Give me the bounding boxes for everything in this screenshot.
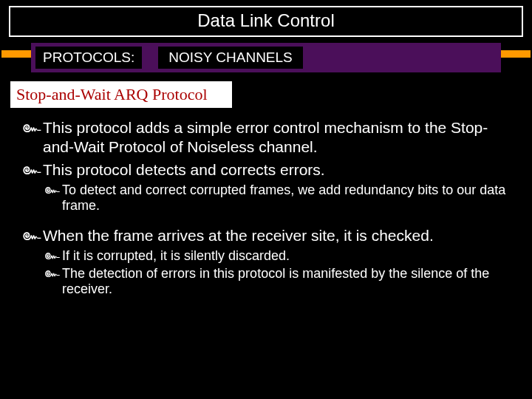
slide: Data Link Control PROTOCOLS: NOISY CHANN… <box>0 0 532 399</box>
bullet-icon: ๛ <box>44 183 62 197</box>
spacer <box>22 216 510 226</box>
bullet-level2: ๛ The detection of errors in this protoc… <box>44 266 510 298</box>
bullet-icon: ๛ <box>22 118 43 136</box>
bullet-level2: ๛ To detect and correct corrupted frames… <box>44 183 510 214</box>
subtitle-label: PROTOCOLS: <box>35 47 142 69</box>
bullet-text: The detection of errors in this protocol… <box>62 266 510 298</box>
bullet-text: This protocol detects and corrects error… <box>43 160 325 180</box>
bullet-icon: ๛ <box>44 266 62 281</box>
section-header: Stop-and-Wait ARQ Protocol <box>10 81 232 108</box>
subtitle-bar: PROTOCOLS: NOISY CHANNELS <box>9 43 523 72</box>
bullet-level1: ๛ This protocol adds a simple error cont… <box>22 118 510 157</box>
subtitle-topic: NOISY CHANNELS <box>158 47 303 69</box>
bullet-icon: ๛ <box>22 160 43 178</box>
bullet-text: To detect and correct corrupted frames, … <box>62 183 510 214</box>
bullet-icon: ๛ <box>22 226 43 244</box>
bullet-icon: ๛ <box>44 248 62 263</box>
bullet-text: When the frame arrives at the receiver s… <box>43 226 434 245</box>
bullet-level1: ๛ When the frame arrives at the receiver… <box>22 226 510 245</box>
bullet-text: If it is corrupted, it is silently disca… <box>62 248 290 265</box>
bullet-level2: ๛ If it is corrupted, it is silently dis… <box>44 248 510 265</box>
bullet-level1: ๛ This protocol detects and corrects err… <box>22 160 510 180</box>
page-title: Data Link Control <box>9 6 523 37</box>
subtitle-inner: PROTOCOLS: NOISY CHANNELS <box>31 43 501 72</box>
bullet-text: This protocol adds a simple error contro… <box>43 118 510 157</box>
content-area: ๛ This protocol adds a simple error cont… <box>22 118 510 298</box>
